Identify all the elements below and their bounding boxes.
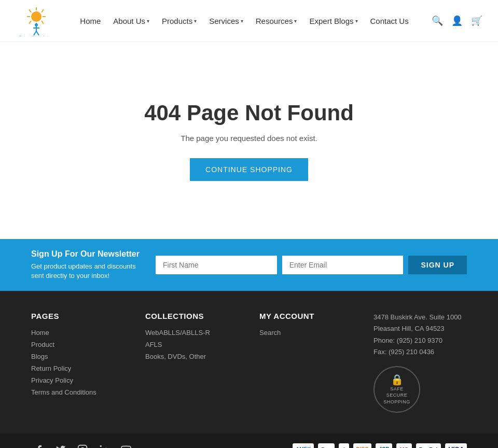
svg-point-17 xyxy=(100,445,102,446)
nav-products[interactable]: Products ▾ xyxy=(162,17,197,25)
footer-contact-col: 3478 Buskirk Ave. Suite 1000 Pleasant Hi… xyxy=(374,312,467,412)
svg-line-7 xyxy=(42,9,44,12)
svg-line-12 xyxy=(34,31,36,35)
logo-area[interactable]: Partington Behavior Analysts xyxy=(16,5,57,36)
footer-account-col: MY ACCOUNT Search xyxy=(259,312,353,412)
newsletter-text: Sign Up For Our Newsletter Get product u… xyxy=(31,249,145,281)
newsletter-description: Get product updates and discounts sent d… xyxy=(31,262,145,281)
nav-home[interactable]: Home xyxy=(80,17,101,25)
svg-line-8 xyxy=(29,21,31,24)
fax-link[interactable]: (925) 210 0436 xyxy=(389,348,434,356)
footer-link-search[interactable]: Search xyxy=(259,329,353,337)
first-name-input[interactable] xyxy=(156,256,277,274)
search-icon[interactable]: 🔍 xyxy=(432,15,443,26)
linkedin-icon[interactable] xyxy=(96,442,112,448)
svg-point-9 xyxy=(35,23,38,26)
diners-icon: ⊙ xyxy=(339,443,349,448)
svg-line-13 xyxy=(36,31,39,35)
phone-line: Phone: (925) 210 9370 xyxy=(374,335,467,346)
payment-icons: AMEX Pay ⊙ DISC JCB MC PayPal VISA xyxy=(293,443,467,448)
safe-badge-text: SAFE SECURE SHOPPING xyxy=(383,386,410,405)
amex-icon: AMEX xyxy=(293,443,314,448)
instagram-icon[interactable] xyxy=(75,442,90,448)
chevron-down-icon: ▾ xyxy=(147,18,149,24)
chevron-down-icon: ▾ xyxy=(241,18,243,24)
footer-address: 3478 Buskirk Ave. Suite 1000 Pleasant Hi… xyxy=(374,312,467,357)
mastercard-icon: MC xyxy=(396,443,411,448)
footer-link-webablls[interactable]: WebABLLS/ABLLS-R xyxy=(145,329,239,337)
social-icons xyxy=(31,442,134,448)
collections-title: COLLECTIONS xyxy=(145,312,239,320)
nav-expert-blogs[interactable]: Expert Blogs ▾ xyxy=(309,17,357,25)
svg-point-0 xyxy=(31,11,42,22)
header-icons: 🔍 👤 🛒 xyxy=(432,15,482,26)
main-content: 404 Page Not Found The page you requeste… xyxy=(0,42,498,239)
svg-line-6 xyxy=(42,21,44,24)
account-icon[interactable]: 👤 xyxy=(451,15,463,26)
main-nav: Home About Us ▾ Products ▾ Services ▾ Re… xyxy=(80,17,408,25)
footer-social-bar: AMEX Pay ⊙ DISC JCB MC PayPal VISA xyxy=(0,433,498,448)
chevron-down-icon: ▾ xyxy=(355,18,358,24)
address-city: Pleasant Hill, CA 94523 xyxy=(374,323,467,334)
site-header: Partington Behavior Analysts Home About … xyxy=(0,0,498,42)
phone-link[interactable]: (925) 210 9370 xyxy=(397,337,442,344)
footer-link-return-policy[interactable]: Return Policy xyxy=(31,365,125,372)
signup-button[interactable]: SIGN UP xyxy=(408,256,467,274)
nav-services[interactable]: Services ▾ xyxy=(209,17,243,25)
footer-collections-col: COLLECTIONS WebABLLS/ABLLS-R AFLS Books,… xyxy=(145,312,239,412)
newsletter-form: SIGN UP xyxy=(156,256,467,274)
footer-link-books[interactable]: Books, DVDs, Other xyxy=(145,353,239,360)
pages-title: PAGES xyxy=(31,312,125,320)
svg-line-5 xyxy=(29,9,31,12)
nav-resources[interactable]: Resources ▾ xyxy=(256,17,297,25)
error-subtitle: The page you requested does not exist. xyxy=(181,134,317,143)
phone-label: Phone: xyxy=(374,337,395,344)
footer-middle: PAGES Home Product Blogs Return Policy P… xyxy=(0,291,498,433)
discover-icon: DISC xyxy=(353,443,372,448)
footer-link-privacy-policy[interactable]: Privacy Policy xyxy=(31,376,125,384)
chevron-down-icon: ▾ xyxy=(294,18,297,24)
footer-link-afls[interactable]: AFLS xyxy=(145,341,239,348)
chevron-down-icon: ▾ xyxy=(194,18,197,24)
continue-shopping-button[interactable]: CONTINUE SHOPPING xyxy=(190,158,308,181)
nav-contact[interactable]: Contact Us xyxy=(370,17,409,25)
svg-text:Partington Behavior Analysts: Partington Behavior Analysts xyxy=(20,35,53,36)
footer-link-home[interactable]: Home xyxy=(31,329,125,337)
safe-secure-badge: 🔒 SAFE SECURE SHOPPING xyxy=(374,366,420,413)
jcb-icon: JCB xyxy=(376,443,392,448)
error-title: 404 Page Not Found xyxy=(144,101,354,125)
youtube-icon[interactable] xyxy=(118,442,134,448)
applepay-icon: Pay xyxy=(318,443,335,448)
address-line1: 3478 Buskirk Ave. Suite 1000 xyxy=(374,312,467,323)
fax-line: Fax: (925) 210 0436 xyxy=(374,346,467,358)
my-account-title: MY ACCOUNT xyxy=(259,312,353,320)
footer-link-terms[interactable]: Terms and Conditions xyxy=(31,388,125,396)
footer-link-product[interactable]: Product xyxy=(31,341,125,348)
nav-about[interactable]: About Us ▾ xyxy=(113,17,149,25)
visa-icon: VISA xyxy=(445,443,467,448)
newsletter-title: Sign Up For Our Newsletter xyxy=(31,249,145,259)
footer-link-blogs[interactable]: Blogs xyxy=(31,353,125,360)
logo-image: Partington Behavior Analysts xyxy=(16,5,57,36)
twitter-icon[interactable] xyxy=(53,442,68,448)
paypal-icon: PayPal xyxy=(416,443,441,448)
newsletter-section: Sign Up For Our Newsletter Get product u… xyxy=(0,239,498,291)
facebook-icon[interactable] xyxy=(31,442,47,448)
fax-label: Fax: xyxy=(374,348,386,356)
cart-icon[interactable]: 🛒 xyxy=(471,15,482,26)
lock-icon: 🔒 xyxy=(391,373,404,386)
email-input[interactable] xyxy=(282,256,404,274)
footer-pages-col: PAGES Home Product Blogs Return Policy P… xyxy=(31,312,125,412)
